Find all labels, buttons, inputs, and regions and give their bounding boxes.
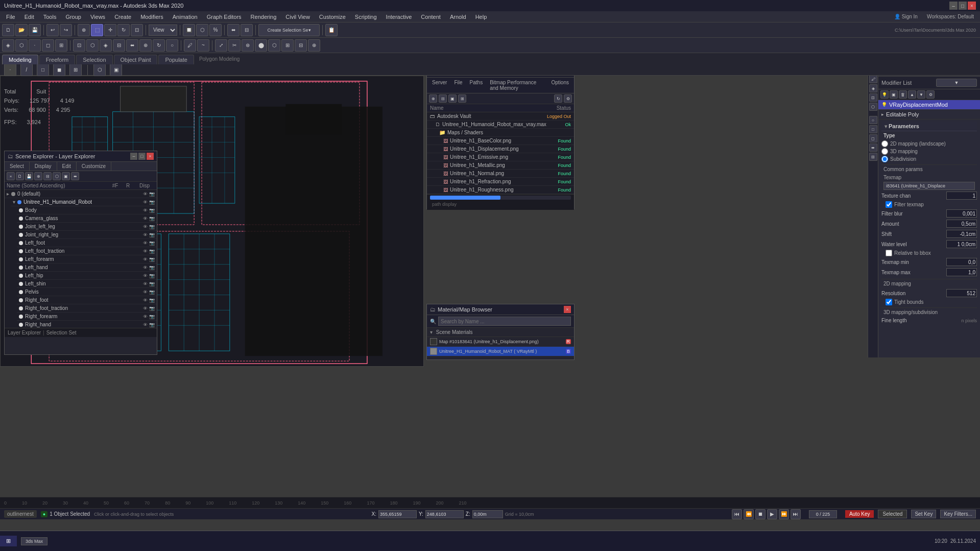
se-close[interactable]: × <box>147 153 154 160</box>
resolution-input[interactable] <box>946 289 977 297</box>
se-tab-display[interactable]: Display <box>30 162 57 171</box>
list-item[interactable]: Left_hand 👁 📷 <box>17 263 157 272</box>
radio-2d-input[interactable] <box>881 140 888 147</box>
extrude-btn[interactable]: ⊡ <box>73 39 85 52</box>
list-item[interactable]: Left_forearm 👁 📷 <box>17 255 157 263</box>
water-level-input[interactable] <box>946 240 977 248</box>
at-tool-3[interactable]: ▣ <box>448 94 457 103</box>
poly-sub[interactable]: ◼ <box>53 64 65 76</box>
undo-button[interactable]: ↩ <box>46 24 59 36</box>
border-sub[interactable]: □ <box>37 64 49 76</box>
redo-button[interactable]: ↪ <box>60 24 72 36</box>
cap-btn[interactable]: ⬤ <box>255 39 267 52</box>
texmap-value[interactable]: i83641 (Unitree_h1_Displace <box>883 182 975 190</box>
polygon-mode[interactable]: ◈ <box>2 39 14 52</box>
menu-rendering[interactable]: Rendering <box>247 13 281 21</box>
tab-populate[interactable]: Populate <box>158 55 194 64</box>
at-list-item[interactable]: 📁 Maps / Shaders <box>427 129 574 137</box>
ignore-back[interactable]: ⬡ <box>93 64 106 76</box>
se-tool-1[interactable]: × <box>7 172 15 180</box>
texture-chan-input[interactable] <box>946 191 977 200</box>
connect-btn[interactable]: ⬌ <box>126 39 138 52</box>
mirror-button[interactable]: ⬌ <box>227 24 240 36</box>
se-tab-customize[interactable]: Customize <box>77 162 111 171</box>
parameters-header[interactable]: ▾ Parameters <box>881 122 977 131</box>
filter-blur-input[interactable] <box>946 209 977 218</box>
at-tool-1[interactable]: ⊕ <box>429 94 437 103</box>
at-tool-4[interactable]: ⊞ <box>458 94 466 103</box>
create-selection-button[interactable]: Create Selection Se▾ <box>258 24 320 36</box>
stop-btn[interactable]: ⏹ <box>755 509 766 519</box>
taskbar-3dsmax[interactable]: 3ds Max <box>21 537 47 545</box>
ri-4[interactable]: ⊡ <box>869 93 877 102</box>
element-mode[interactable]: ⊞ <box>55 39 67 52</box>
tab-selection[interactable]: Selection <box>76 55 112 64</box>
next-frame-btn[interactable]: ⏩ <box>779 509 789 519</box>
at-menu-paths[interactable]: Paths <box>467 79 486 92</box>
border-mode[interactable]: ◻ <box>42 39 54 52</box>
at-list-item[interactable]: 🗃 Autodesk Vault Logged Out <box>427 112 574 121</box>
se-tool-2[interactable]: 🗋 <box>16 172 24 180</box>
menu-interactive[interactable]: Interactive <box>382 13 416 21</box>
at-menu-options[interactable]: Options <box>548 79 572 92</box>
list-item[interactable]: Camera_glass 👁 📷 <box>17 214 157 223</box>
tight-bounds-checkbox[interactable] <box>886 299 892 305</box>
at-tool-6[interactable]: ⚙ <box>564 94 572 103</box>
elem-sub[interactable]: ⊞ <box>69 64 82 76</box>
y-coord-input[interactable] <box>425 510 464 518</box>
edge-mode[interactable]: ⬡ <box>15 39 28 52</box>
show-all[interactable]: ▣ <box>110 64 122 76</box>
ri-7[interactable]: □ <box>869 125 877 133</box>
menu-file[interactable]: File <box>2 13 19 21</box>
menu-create[interactable]: Create <box>110 13 135 21</box>
bevel-btn[interactable]: ⬡ <box>86 39 99 52</box>
shift-input[interactable] <box>946 230 977 238</box>
menu-modifiers[interactable]: Modifiers <box>136 13 168 21</box>
tab-object-paint[interactable]: Object Paint <box>114 55 158 64</box>
se-tool-5[interactable]: ⊟ <box>43 172 52 180</box>
modifier-item-edpoly[interactable]: ▸ Editable Poly <box>878 110 980 119</box>
select-region-button[interactable]: ⬚ <box>91 24 103 36</box>
at-list-item[interactable]: 🖼 Unitree_h1_Displacement.png Found <box>427 145 574 153</box>
menu-group[interactable]: Group <box>61 13 85 21</box>
menu-arnold[interactable]: Arnold <box>446 13 470 21</box>
menu-civil-view[interactable]: Civil View <box>281 13 314 21</box>
snap-toggle[interactable]: 🔲 <box>183 24 195 36</box>
menu-tools[interactable]: Tools <box>39 13 61 21</box>
se-tool-6[interactable]: ⬡ <box>53 172 61 180</box>
list-item[interactable]: Left_hip 👁 📷 <box>17 272 157 280</box>
ri-8[interactable]: ◻ <box>869 134 877 142</box>
select-button[interactable]: ⊕ <box>78 24 90 36</box>
se-tool-4[interactable]: ⊕ <box>34 172 42 180</box>
ri-10[interactable]: ⊟ <box>869 153 877 161</box>
vertex-mode[interactable]: · <box>29 39 41 52</box>
filter-texmap-checkbox[interactable] <box>886 201 892 208</box>
open-button[interactable]: 📂 <box>15 24 28 36</box>
at-list-item[interactable]: 🗋 Unitree_H1_Humanoid_Robot_max_vray.max… <box>427 121 574 129</box>
auto-key-button[interactable]: Auto Key <box>845 510 874 518</box>
save-button[interactable]: 💾 <box>29 24 41 36</box>
at-list-item[interactable]: 🖼 Unitree_h1_BaseColor.png Found <box>427 137 574 145</box>
ri-3[interactable]: ◈ <box>869 84 877 92</box>
at-tool-5[interactable]: ↻ <box>554 94 562 103</box>
rotate-button[interactable]: ↻ <box>117 24 130 36</box>
z-coord-input[interactable] <box>472 510 503 518</box>
start-button[interactable]: ⊞ <box>0 536 17 546</box>
material-search-input[interactable] <box>438 317 571 326</box>
list-item[interactable]: Pelvis 👁 📷 <box>17 288 157 296</box>
align-button[interactable]: ⊟ <box>241 24 253 36</box>
at-list-item[interactable]: 🖼 Unitree_h1_Emissive.png Found <box>427 153 574 161</box>
at-menu-file[interactable]: File <box>451 79 465 92</box>
play-fwd-btn[interactable]: ▶ <box>767 509 777 519</box>
list-item[interactable]: Body 👁 📷 <box>17 206 157 214</box>
list-item[interactable]: Right_foot 👁 📷 <box>17 296 157 304</box>
se-maximize[interactable]: □ <box>138 153 146 160</box>
at-list-item[interactable]: 🖼 Unitree_h1_Metallic.png Found <box>427 161 574 170</box>
list-item[interactable]: Joint_left_leg 👁 📷 <box>17 223 157 231</box>
at-list-item[interactable]: 🖼 Unitree_h1_Refraction.png Found <box>427 178 574 186</box>
se-tool-7[interactable]: ▣ <box>62 172 70 180</box>
relative-bbox-checkbox[interactable] <box>886 250 892 256</box>
list-item[interactable]: Right_foot_traction 👁 📷 <box>17 304 157 313</box>
menu-help[interactable]: Help <box>471 13 491 21</box>
play-btn[interactable]: ⏮ <box>732 509 742 519</box>
